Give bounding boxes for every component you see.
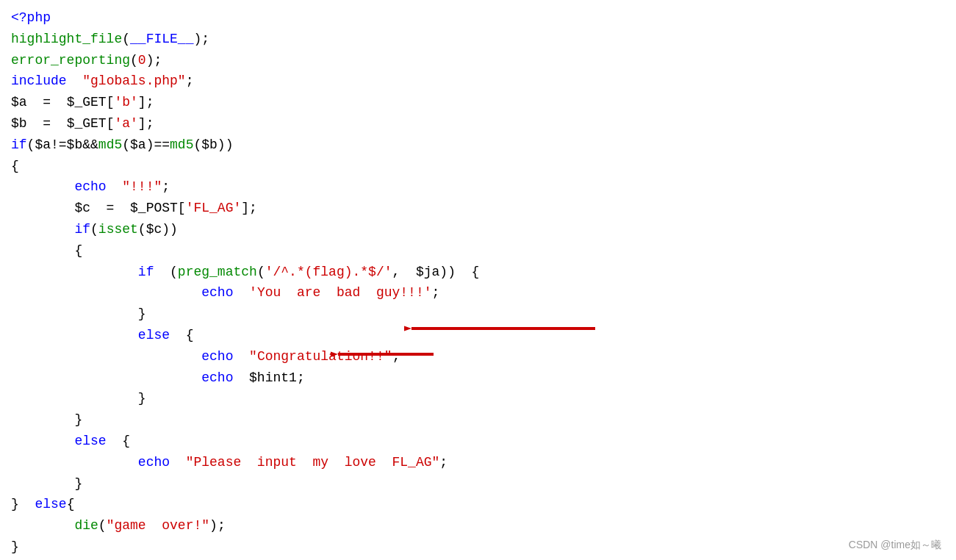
line-12: { (11, 240, 945, 262)
line-1: <?php (11, 7, 945, 29)
line-2: highlight_file(__FILE__); (11, 29, 945, 50)
line-19: } (11, 388, 945, 409)
line-7: if($a!=$b&&md5($a)==md5($b)) (11, 134, 945, 156)
arrow-2 (331, 340, 441, 376)
line-22: echo "Please input my love FL_AG"; (11, 452, 945, 473)
line-5: $a = $_GET['b']; (11, 92, 945, 113)
line-26: } (11, 536, 945, 558)
line-25: die("game over!"); (11, 515, 945, 536)
code-block: <?php highlight_file(__FILE__); error_re… (0, 0, 956, 560)
line-18: echo $hint1; (11, 367, 945, 389)
watermark: CSDN @time如～曦 (849, 536, 941, 553)
line-9: echo "!!!"; (11, 176, 945, 198)
line-11: if(isset($c)) (11, 219, 945, 240)
line-23: } (11, 473, 945, 495)
line-24: } else{ (11, 494, 945, 515)
line-3: error_reporting(0); (11, 50, 945, 71)
line-21: else { (11, 431, 945, 452)
line-6: $b = $_GET['a']; (11, 113, 945, 134)
line-8: { (11, 156, 945, 177)
line-20: } (11, 409, 945, 431)
line-14: echo 'You are bad guy!!!'; (11, 282, 945, 304)
line-10: $c = $_POST['FL_AG']; (11, 198, 945, 219)
line-4: include "globals.php"; (11, 71, 945, 92)
line-13: if (preg_match('/^.*(flag).*$/', $ja)) { (11, 262, 945, 283)
